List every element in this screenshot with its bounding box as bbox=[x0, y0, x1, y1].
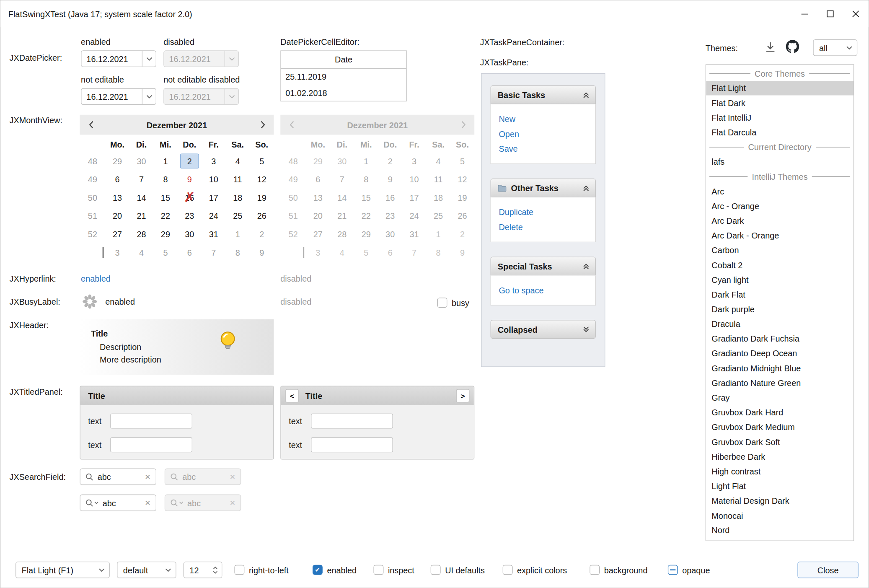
theme-list-item[interactable]: lafs bbox=[706, 154, 853, 169]
text-field[interactable] bbox=[311, 438, 393, 453]
text-field[interactable] bbox=[311, 414, 393, 429]
calendar-day[interactable]: 30 bbox=[178, 225, 202, 243]
search-field-menu-enabled[interactable]: abc ✕ bbox=[80, 495, 156, 511]
theme-list-item[interactable]: Dark purple bbox=[706, 302, 853, 316]
calendar-day[interactable]: 13 bbox=[105, 189, 129, 207]
expand-icon[interactable] bbox=[582, 326, 590, 333]
calendar-day[interactable]: 8 bbox=[226, 243, 250, 262]
calendar-day[interactable]: 8 bbox=[153, 170, 177, 189]
calendar-day[interactable]: 9 bbox=[250, 243, 274, 262]
taskpane-header[interactable]: Other Tasks bbox=[491, 179, 596, 197]
close-button[interactable]: Close bbox=[797, 562, 858, 578]
font-combo[interactable]: default bbox=[117, 562, 176, 578]
calendar-day[interactable]: 12 bbox=[250, 170, 274, 189]
calendar-day[interactable]: 2 bbox=[250, 225, 274, 243]
github-icon[interactable] bbox=[786, 40, 799, 53]
calendar-day[interactable]: 3 bbox=[105, 243, 129, 262]
theme-list-item[interactable]: Arc bbox=[706, 184, 853, 199]
text-field[interactable] bbox=[110, 414, 192, 429]
minimize-button[interactable] bbox=[792, 0, 817, 27]
clear-icon[interactable]: ✕ bbox=[145, 473, 150, 481]
search-value[interactable]: abc bbox=[103, 498, 141, 507]
calendar-day[interactable]: 22 bbox=[153, 207, 177, 225]
calendar-day[interactable]: 16✗ bbox=[178, 189, 202, 207]
theme-list-item[interactable]: Flat Dark bbox=[706, 96, 853, 110]
theme-list-item[interactable]: Gruvbox Dark Medium bbox=[706, 420, 853, 435]
theme-list-item[interactable]: Gradianto Midnight Blue bbox=[706, 361, 853, 376]
table-row[interactable]: 01.02.2018 bbox=[281, 85, 406, 101]
checkbox-opaque[interactable]: opaque bbox=[668, 562, 710, 578]
theme-list-item[interactable]: Carbon bbox=[706, 243, 853, 258]
calendar-day[interactable]: 5 bbox=[250, 152, 274, 170]
taskpane-header[interactable]: Basic Tasks bbox=[491, 85, 596, 104]
taskpane-link[interactable]: Delete bbox=[499, 220, 587, 235]
calendar-day[interactable]: 14 bbox=[129, 189, 153, 207]
theme-list-item[interactable]: Arc Dark - Orange bbox=[706, 228, 853, 243]
theme-list-item[interactable]: Gradianto Deep Ocean bbox=[706, 346, 853, 361]
calendar-day[interactable]: 24 bbox=[202, 207, 225, 225]
calendar-day[interactable]: 2 bbox=[178, 152, 202, 170]
calendar-day[interactable]: 29 bbox=[153, 225, 177, 243]
calendar-day[interactable]: 23 bbox=[178, 207, 202, 225]
theme-list-item[interactable]: Gradianto Dark Fuchsia bbox=[706, 332, 853, 346]
checkbox-ui-defaults[interactable]: UI defaults bbox=[431, 562, 485, 578]
theme-list-item[interactable]: Flat Light bbox=[706, 81, 853, 96]
laf-combo[interactable]: Flat Light (F1) bbox=[16, 562, 110, 578]
calendar-day[interactable]: 6 bbox=[105, 170, 129, 189]
themes-list[interactable]: Core ThemesFlat LightFlat DarkFlat Intel… bbox=[706, 64, 854, 541]
spinner-arrows-icon[interactable] bbox=[208, 562, 222, 578]
date-column-header[interactable]: Date bbox=[281, 51, 406, 69]
theme-list-item[interactable]: Gruvbox Dark Soft bbox=[706, 435, 853, 449]
calendar-day[interactable]: 26 bbox=[250, 207, 274, 225]
calendar-day[interactable]: 15 bbox=[153, 189, 177, 207]
datepicker-enabled[interactable]: 16.12.2021 bbox=[81, 50, 156, 67]
calendar-day[interactable]: 29 bbox=[105, 152, 129, 170]
busy-checkbox[interactable]: busy bbox=[437, 294, 469, 311]
calendar-day[interactable]: 17 bbox=[202, 189, 225, 207]
theme-list-item[interactable]: Monocai bbox=[706, 508, 853, 523]
titled-panel-left-button[interactable]: < bbox=[285, 389, 299, 403]
checkbox-enabled[interactable]: ✔enabled bbox=[313, 562, 357, 578]
calendar-day[interactable]: 19 bbox=[250, 189, 274, 207]
checkbox-background[interactable]: background bbox=[590, 562, 647, 578]
calendar-day[interactable]: 7 bbox=[202, 243, 225, 262]
collapse-icon[interactable] bbox=[582, 184, 590, 192]
calendar-day[interactable]: 10 bbox=[202, 170, 225, 189]
table-row[interactable]: 25.11.2019 bbox=[281, 69, 406, 85]
calendar-day[interactable]: 1 bbox=[153, 152, 177, 170]
theme-list-item[interactable]: Material Design Dark bbox=[706, 493, 853, 508]
taskpane-link[interactable]: New bbox=[499, 111, 587, 127]
theme-list-item[interactable]: Arc - Orange bbox=[706, 199, 853, 213]
search-value[interactable]: abc bbox=[98, 472, 141, 481]
calendar-day[interactable]: 27 bbox=[105, 225, 129, 243]
calendar-day[interactable]: 21 bbox=[129, 207, 153, 225]
calendar-day[interactable]: 4 bbox=[226, 152, 250, 170]
theme-list-item[interactable]: Gradianto Nature Green bbox=[706, 376, 853, 390]
calendar-day[interactable]: 30 bbox=[129, 152, 153, 170]
checkbox-inspect[interactable]: inspect bbox=[373, 562, 414, 578]
taskpane-link[interactable]: Open bbox=[499, 127, 587, 142]
taskpane-link[interactable]: Go to space bbox=[499, 283, 587, 298]
calendar-day[interactable]: 6 bbox=[178, 243, 202, 262]
calendar-day[interactable]: 5 bbox=[153, 243, 177, 262]
calendar-day[interactable]: 9 bbox=[178, 170, 202, 189]
checkbox-right-to-left[interactable]: right-to-left bbox=[235, 562, 289, 578]
theme-list-item[interactable]: Flat IntelliJ bbox=[706, 110, 853, 125]
calendar-day[interactable]: 18 bbox=[226, 189, 250, 207]
close-window-button[interactable] bbox=[843, 0, 869, 27]
next-month-button[interactable] bbox=[252, 121, 274, 129]
taskpane-header[interactable]: Collapsed bbox=[491, 320, 596, 339]
theme-list-item[interactable]: Cyan light bbox=[706, 272, 853, 287]
calendar-day[interactable]: 31 bbox=[202, 225, 225, 243]
chevron-down-icon[interactable] bbox=[142, 51, 156, 67]
calendar-day[interactable]: 20 bbox=[105, 207, 129, 225]
taskpane-link[interactable]: Save bbox=[499, 141, 587, 156]
theme-list-item[interactable]: Gray bbox=[706, 390, 853, 405]
calendar-day[interactable]: 1 bbox=[226, 225, 250, 243]
calendar-day[interactable]: 7 bbox=[129, 170, 153, 189]
search-field-enabled[interactable]: abc ✕ bbox=[80, 469, 156, 485]
theme-list-item[interactable]: Nord bbox=[706, 523, 853, 538]
collapse-icon[interactable] bbox=[582, 91, 590, 98]
titled-panel-right-button[interactable]: > bbox=[456, 389, 470, 403]
theme-list-item[interactable]: Flat Darcula bbox=[706, 125, 853, 140]
